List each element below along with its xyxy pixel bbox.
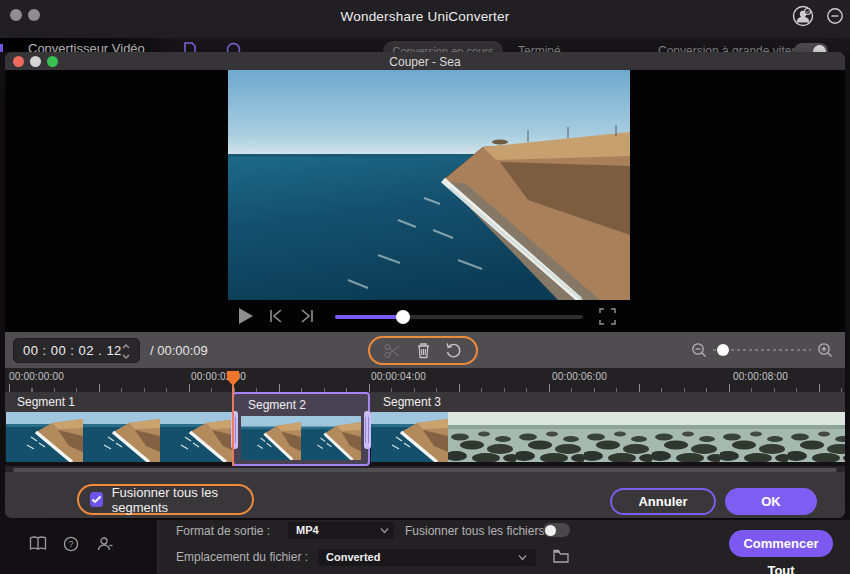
thumbnail-strip bbox=[5, 412, 845, 462]
main-titlebar: Wondershare UniConverter bbox=[0, 0, 850, 38]
scissors-icon[interactable] bbox=[384, 343, 401, 359]
video-thumbnail bbox=[371, 412, 448, 462]
seek-bar[interactable] bbox=[335, 315, 583, 319]
help-icon[interactable]: ? bbox=[63, 536, 79, 552]
chevron-down-icon bbox=[518, 554, 527, 561]
playhead[interactable] bbox=[225, 370, 241, 468]
cut-dialog: Couper - Sea bbox=[5, 52, 845, 518]
transport-controls bbox=[5, 300, 845, 332]
message-icon[interactable] bbox=[826, 7, 844, 25]
tools-row: 00 : 00 : 02 . 12 / 00:00:09 bbox=[5, 332, 845, 368]
toggle-knob bbox=[545, 525, 556, 536]
zoom-slider-knob[interactable] bbox=[717, 344, 729, 356]
dialog-title: Couper - Sea bbox=[5, 55, 845, 69]
user-avatar-icon[interactable] bbox=[792, 5, 814, 27]
segment-2-label[interactable]: Segment 2 bbox=[248, 398, 306, 412]
merge-segments-checkbox[interactable] bbox=[90, 492, 103, 507]
segment-headers: Segment 1 Segment 3 bbox=[5, 392, 845, 412]
high-speed-label: Conversion à grande vitesse bbox=[658, 44, 810, 52]
merge-files-toggle[interactable] bbox=[543, 523, 570, 537]
guide-book-icon[interactable] bbox=[29, 536, 47, 551]
segments-track: Segment 1 Segment 3 Segment 2 bbox=[5, 392, 845, 466]
current-time-value: 00 : 00 : 02 . 12 bbox=[23, 343, 122, 358]
video-thumbnail bbox=[448, 412, 516, 462]
ruler-label: 00:00:04:00 bbox=[371, 371, 426, 382]
trim-handle-right[interactable] bbox=[364, 411, 371, 449]
start-all-button[interactable]: Commencer Tout bbox=[729, 530, 833, 557]
total-duration-label: / 00:00:09 bbox=[150, 343, 208, 358]
ok-button[interactable]: OK bbox=[725, 488, 817, 515]
fullscreen-icon[interactable] bbox=[599, 308, 616, 325]
segment-tools-group bbox=[368, 336, 478, 365]
next-frame-icon[interactable] bbox=[299, 309, 314, 323]
chevron-down-icon bbox=[380, 527, 389, 534]
merge-files-label: Fusionner tous les fichiers bbox=[405, 524, 544, 538]
zoom-out-icon[interactable] bbox=[691, 342, 707, 358]
segment-2-selected[interactable]: Segment 2 bbox=[232, 392, 370, 466]
output-format-value: MP4 bbox=[296, 524, 319, 536]
tab-conversion-in-progress[interactable]: Conversion en cours bbox=[383, 41, 503, 52]
checkbox-check-icon bbox=[91, 495, 102, 504]
tab-finished[interactable]: Terminé bbox=[518, 44, 561, 52]
dialog-titlebar: Couper - Sea bbox=[5, 52, 845, 70]
output-format-select[interactable]: MP4 bbox=[288, 522, 394, 539]
video-frame bbox=[228, 70, 630, 300]
app-window: Wondershare UniConverter Convertisseur V… bbox=[0, 0, 850, 574]
clock-icon[interactable] bbox=[226, 42, 241, 52]
trash-icon[interactable] bbox=[416, 342, 431, 359]
merge-segments-group[interactable]: Fusionner tous les segments bbox=[77, 484, 254, 515]
document-icon[interactable] bbox=[183, 42, 197, 52]
video-thumbnail bbox=[720, 412, 788, 462]
folder-icon[interactable] bbox=[553, 549, 569, 563]
toggle-knob bbox=[813, 45, 826, 53]
video-thumbnail bbox=[516, 412, 584, 462]
app-title: Wondershare UniConverter bbox=[0, 9, 850, 24]
segment-3-label[interactable]: Segment 3 bbox=[383, 395, 441, 409]
ruler-label: 00:00:08:00 bbox=[733, 371, 788, 382]
video-preview-area bbox=[5, 70, 845, 332]
high-speed-toggle[interactable] bbox=[794, 43, 828, 52]
timeline-ruler[interactable]: 00:00:00:00 00:00:02:00 00:00:04:00 00:0… bbox=[5, 368, 845, 392]
dialog-footer: Fusionner tous les segments Annuler OK bbox=[5, 472, 845, 518]
video-thumbnail bbox=[584, 412, 652, 462]
sidebar-accent-bar bbox=[0, 44, 3, 52]
stepper-icon[interactable] bbox=[120, 342, 132, 361]
zoom-in-icon[interactable] bbox=[817, 342, 833, 358]
file-location-select[interactable]: Converted bbox=[318, 549, 536, 566]
segment-1-label[interactable]: Segment 1 bbox=[17, 395, 75, 409]
video-thumbnail bbox=[652, 412, 720, 462]
reset-icon[interactable] bbox=[445, 342, 462, 359]
statusbar-left-panel: ? bbox=[0, 520, 158, 574]
video-thumbnail bbox=[788, 412, 845, 462]
file-location-value: Converted bbox=[326, 551, 380, 563]
tab-video-converter[interactable]: Convertisseur Vidéo bbox=[28, 41, 145, 52]
timeline-zoom-slider[interactable] bbox=[713, 349, 811, 351]
merge-segments-label: Fusionner tous les segments bbox=[112, 485, 252, 515]
ruler-label: 00:00:06:00 bbox=[552, 371, 607, 382]
output-format-label: Format de sortie : bbox=[176, 524, 270, 538]
file-location-label: Emplacement du fichier : bbox=[176, 550, 308, 564]
background-tabstrip: Convertisseur Vidéo Conversion en cours … bbox=[0, 38, 850, 52]
current-time-input[interactable]: 00 : 00 : 02 . 12 bbox=[13, 338, 140, 363]
video-thumbnail bbox=[83, 412, 160, 462]
video-thumbnail bbox=[6, 412, 83, 462]
main-statusbar: ? Format de sortie : MP4 Fusionner tous … bbox=[0, 520, 850, 574]
svg-text:?: ? bbox=[68, 539, 73, 549]
play-icon[interactable] bbox=[237, 307, 254, 325]
cancel-button[interactable]: Annuler bbox=[610, 488, 716, 515]
account-icon[interactable] bbox=[97, 536, 114, 552]
video-thumbnail bbox=[301, 416, 361, 460]
video-thumbnail bbox=[241, 416, 301, 460]
ruler-label: 00:00:00:00 bbox=[9, 371, 64, 382]
previous-frame-icon[interactable] bbox=[269, 309, 284, 323]
seek-bar-progress bbox=[335, 315, 403, 319]
seek-knob[interactable] bbox=[396, 310, 410, 324]
